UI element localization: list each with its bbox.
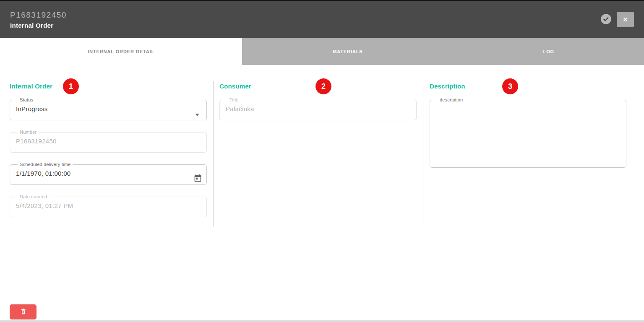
section-title-internal-order: Internal Order — [10, 82, 207, 91]
consumer-section: Consumer 2 Title — [219, 65, 417, 120]
consumer-title-label: Title — [227, 97, 240, 103]
consumer-title-value — [226, 103, 410, 112]
description-field[interactable]: description — [430, 97, 626, 168]
status-value[interactable] — [16, 103, 201, 112]
order-number: P1683192450 — [10, 10, 67, 20]
scheduled-delivery-time-field[interactable]: Scheduled delivery time — [10, 162, 207, 185]
description-textarea[interactable] — [436, 103, 620, 162]
header-titles: P1683192450 Internal Order — [10, 10, 67, 29]
description-section: Description 3 description — [430, 65, 626, 168]
column-divider — [213, 81, 214, 226]
date-created-label: Date created — [18, 194, 49, 200]
description-section-head: Description 3 — [430, 82, 626, 97]
section-title-description: Description — [430, 82, 626, 91]
horizontal-scrollbar[interactable] — [0, 320, 644, 322]
window-header: P1683192450 Internal Order ✕ — [0, 0, 644, 38]
close-button[interactable]: ✕ — [617, 12, 634, 27]
confirm-button[interactable] — [600, 14, 612, 26]
number-label: Number — [18, 130, 39, 135]
header-actions: ✕ — [600, 12, 634, 27]
date-created-value — [16, 200, 201, 209]
consumer-title-field: Title — [219, 97, 417, 120]
number-value — [16, 135, 201, 145]
trash-icon — [20, 308, 26, 316]
consumer-section-head: Consumer 2 — [219, 82, 417, 97]
internal-order-section: Internal Order 1 Status Number Scheduled… — [10, 65, 207, 217]
step-badge-3: 3 — [502, 78, 518, 94]
scheduled-delivery-time-label: Scheduled delivery time — [18, 162, 73, 167]
page-title: Internal Order — [10, 22, 67, 29]
internal-order-section-head: Internal Order 1 — [10, 82, 207, 97]
check-circle-icon — [600, 13, 612, 26]
tab-materials[interactable]: MATERIALS — [242, 38, 453, 65]
status-select[interactable]: Status — [10, 97, 207, 120]
number-field: Number — [10, 130, 207, 153]
date-created-field: Date created — [10, 194, 207, 217]
status-label: Status — [18, 97, 35, 103]
step-badge-2: 2 — [315, 78, 331, 94]
calendar-icon — [193, 174, 202, 184]
chevron-down-icon — [195, 114, 199, 116]
tab-bar: INTERNAL ORDER DETAIL MATERIALS LOG — [0, 38, 644, 65]
description-label: description — [438, 97, 465, 103]
column-divider — [423, 81, 423, 226]
scheduled-delivery-time-input[interactable] — [16, 167, 201, 177]
tab-log[interactable]: LOG — [454, 38, 644, 65]
step-badge-1: 1 — [63, 78, 79, 94]
datepicker-toggle-button[interactable] — [193, 174, 202, 184]
delete-button[interactable] — [10, 304, 37, 319]
tab-internal-order-detail[interactable]: INTERNAL ORDER DETAIL — [0, 38, 242, 65]
close-icon: ✕ — [623, 16, 628, 23]
